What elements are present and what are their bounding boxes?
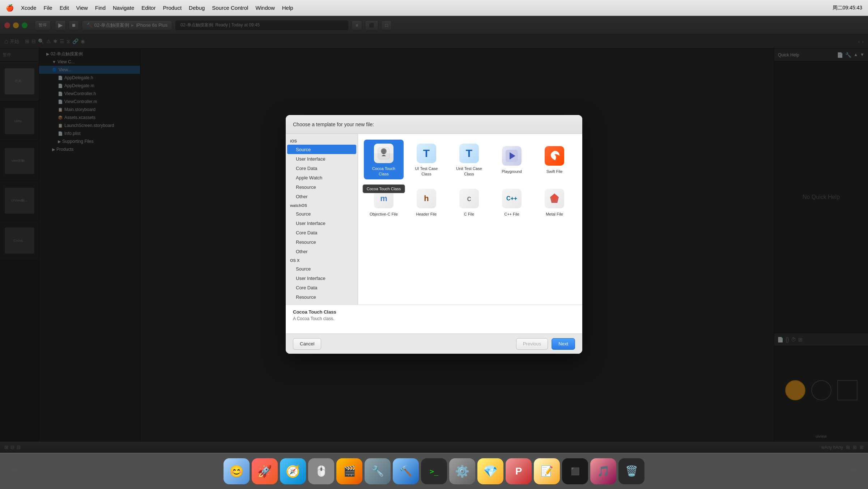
header-label: Header File	[416, 212, 437, 217]
dialog-templates: Cocoa TouchClass Cocoa Touch Class T UI …	[358, 134, 582, 305]
menu-edit[interactable]: Edit	[60, 5, 69, 11]
dialog-header: Choose a template for your new file:	[286, 115, 582, 134]
menubar: 🍎 Xcode File Edit View Find Navigate Edi…	[0, 0, 868, 16]
playground-shape	[502, 146, 522, 166]
dialog-body: iOS Source User Interface Core Data Appl…	[286, 134, 582, 305]
cpp-icon: C++	[501, 188, 523, 209]
next-button[interactable]: Next	[552, 338, 575, 350]
dock-sketch[interactable]: 💎	[477, 458, 503, 484]
apple-menu[interactable]: 🍎	[6, 4, 14, 12]
sidebar-item-watchos-ui[interactable]: User Interface	[287, 218, 356, 228]
sidebar-item-ios-ui[interactable]: User Interface	[287, 154, 356, 163]
sidebar-item-watchos-source[interactable]: Source	[287, 209, 356, 218]
header-icon: h	[416, 188, 437, 209]
sidebar-item-ios-resource[interactable]: Resource	[287, 182, 356, 192]
dialog-footer: Cancel Previous Next	[286, 333, 582, 354]
sidebar-item-osx-resource[interactable]: Resource	[287, 292, 356, 302]
ui-test-shape: T	[417, 144, 436, 163]
unit-test-shape: T	[459, 144, 479, 163]
previous-button[interactable]: Previous	[516, 338, 548, 350]
menu-product[interactable]: Product	[163, 5, 182, 11]
dock-xcode[interactable]: 🔨	[393, 458, 419, 484]
cancel-button[interactable]: Cancel	[293, 338, 321, 350]
cpp-shape: C++	[502, 189, 522, 208]
menu-window[interactable]: Window	[255, 5, 275, 11]
swift-icon	[544, 145, 565, 167]
playground-label: Playground	[502, 169, 522, 174]
metal-label: Metal File	[546, 212, 563, 217]
playground-icon	[501, 145, 523, 167]
dock-dvd[interactable]: 🎬	[336, 458, 362, 484]
sidebar-item-osx-coredata[interactable]: Core Data	[287, 283, 356, 292]
desc-text: A Cocoa Touch class.	[293, 316, 575, 321]
template-dialog: Choose a template for your new file: iOS…	[286, 115, 582, 354]
template-swift[interactable]: Swift File	[535, 140, 574, 179]
dock-dark1[interactable]: ⬛	[562, 458, 588, 484]
menu-debug[interactable]: Debug	[189, 5, 205, 11]
menu-help[interactable]: Help	[282, 5, 293, 11]
template-unit-test[interactable]: T Unit Test CaseClass	[449, 140, 489, 179]
dock-launchpad[interactable]: 🚀	[252, 458, 278, 484]
svg-point-1	[381, 148, 387, 154]
section-header-osx: OS X	[286, 256, 358, 264]
dock: 😊 🚀 🧭 🖱️ 🎬 🔧 🔨 >_ ⚙️ 💎 P 📝 ⬛ 🎵 🗑️	[0, 453, 868, 489]
sidebar-item-watchos-other[interactable]: Other	[287, 247, 356, 256]
dock-finder[interactable]: 😊	[224, 458, 250, 484]
sidebar-item-watchos-coredata[interactable]: Core Data	[287, 228, 356, 237]
menu-view[interactable]: View	[76, 5, 88, 11]
template-playground[interactable]: Playground	[492, 140, 532, 179]
dock-safari[interactable]: 🧭	[280, 458, 306, 484]
template-ui-test[interactable]: T UI Test CaseClass	[407, 140, 446, 179]
menu-file[interactable]: File	[44, 5, 52, 11]
objc-label: Objective-C File	[370, 212, 398, 217]
ui-test-label: UI Test CaseClass	[415, 166, 438, 177]
template-c-file[interactable]: c C File	[449, 182, 489, 222]
header-shape: h	[417, 189, 436, 208]
menu-xcode[interactable]: Xcode	[21, 5, 37, 11]
nav-buttons: Previous Next	[516, 338, 575, 350]
menu-source-control[interactable]: Source Control	[212, 5, 248, 11]
sidebar-item-ios-source[interactable]: Source	[287, 145, 356, 154]
menu-editor[interactable]: Editor	[141, 5, 156, 11]
cocoa-icon-shape	[374, 144, 393, 163]
cocoa-touch-icon	[373, 143, 395, 164]
section-header-ios: iOS	[286, 137, 358, 145]
template-header[interactable]: h Header File	[407, 182, 446, 222]
c-file-icon: c	[458, 188, 480, 209]
menu-navigate[interactable]: Navigate	[113, 5, 134, 11]
dock-settings[interactable]: ⚙️	[449, 458, 475, 484]
template-cocoa-touch[interactable]: Cocoa TouchClass Cocoa Touch Class	[364, 140, 404, 179]
dock-tools[interactable]: 🔧	[365, 458, 391, 484]
c-file-label: C File	[464, 212, 475, 217]
sidebar-item-osx-source[interactable]: Source	[287, 264, 356, 273]
menu-clock: 周二09:45:43	[833, 5, 863, 11]
metal-shape	[545, 189, 564, 208]
cocoa-touch-tooltip: Cocoa Touch Class	[363, 184, 405, 193]
sidebar-item-watchos-resource[interactable]: Resource	[287, 237, 356, 247]
ui-test-icon: T	[416, 143, 437, 164]
sidebar-item-ios-applewatch[interactable]: Apple Watch	[287, 173, 356, 182]
c-file-shape: c	[459, 189, 479, 208]
desc-title: Cocoa Touch Class	[293, 309, 575, 315]
dialog-description: Cocoa Touch Class A Cocoa Touch class.	[286, 305, 582, 333]
template-cpp[interactable]: C++ C++ File	[492, 182, 532, 222]
sidebar-item-ios-coredata[interactable]: Core Data	[287, 163, 356, 173]
dock-mouse[interactable]: 🖱️	[308, 458, 334, 484]
dock-stickies[interactable]: 📝	[534, 458, 560, 484]
templates-grid: Cocoa TouchClass Cocoa Touch Class T UI …	[364, 140, 576, 222]
dock-media[interactable]: 🎵	[590, 458, 616, 484]
sidebar-item-ios-other[interactable]: Other	[287, 192, 356, 201]
dock-dark2[interactable]: 🗑️	[618, 458, 644, 484]
cocoa-touch-label: Cocoa TouchClass	[372, 166, 395, 177]
template-metal[interactable]: Metal File	[535, 182, 574, 222]
dock-terminal[interactable]: >_	[421, 458, 447, 484]
unit-test-label: Unit Test CaseClass	[456, 166, 482, 177]
cpp-label: C++ File	[504, 212, 519, 217]
swift-label: Swift File	[546, 169, 563, 174]
dock-pocket[interactable]: P	[506, 458, 532, 484]
sidebar-item-osx-ui[interactable]: User Interface	[287, 273, 356, 283]
dialog-title: Choose a template for your new file:	[293, 122, 374, 127]
menu-find[interactable]: Find	[95, 5, 106, 11]
unit-test-icon: T	[458, 143, 480, 164]
metal-icon	[544, 188, 565, 209]
